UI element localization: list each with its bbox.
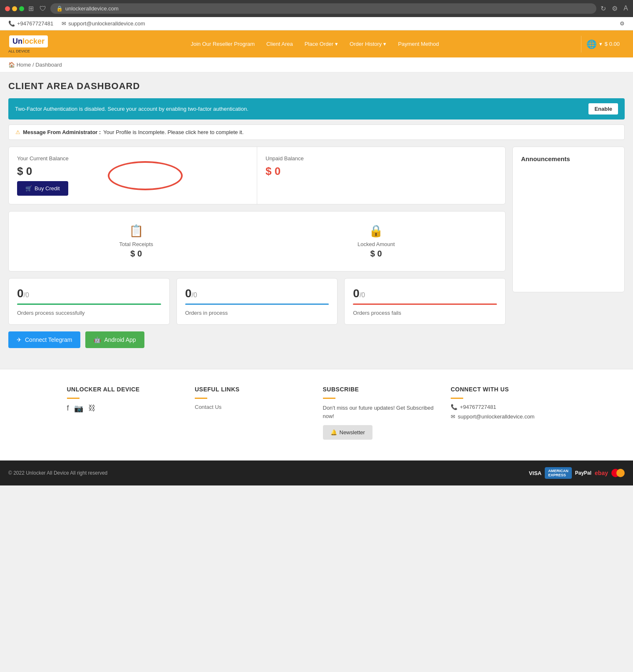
- settings-gear-icon[interactable]: ⚙: [620, 20, 625, 27]
- browser-action-buttons: ↻ ⚙ A: [601, 5, 628, 12]
- breadcrumb-current: Dashboard: [35, 62, 62, 68]
- browser-window-controls: [5, 6, 24, 11]
- instagram-link[interactable]: 📷: [74, 404, 83, 413]
- phone-icon: 📞: [8, 20, 15, 27]
- shield-icon: 🛡: [40, 5, 46, 12]
- alert-2fa-text: Two-Factor Authentication is disabled. S…: [15, 106, 248, 112]
- orders-fail-value: 0/0: [353, 287, 497, 300]
- footer-subscribe-underline: [323, 398, 335, 399]
- url-text: unlockeralldevice.com: [65, 5, 119, 12]
- rss-link[interactable]: ⛓: [88, 404, 96, 413]
- maximize-window-button[interactable]: [19, 6, 24, 11]
- contact-us-link[interactable]: Contact Us: [195, 404, 310, 410]
- address-bar[interactable]: 🔒 unlockeralldevice.com: [50, 3, 596, 14]
- footer-links-underline: [195, 398, 207, 399]
- dashboard-left: Your Current Balance $ 0 🛒 Buy Credit Un…: [8, 147, 506, 361]
- top-bar-contact: 📞 +94767727481 ✉ support@unlockeralldevi…: [8, 20, 145, 27]
- locked-label: Locked Amount: [357, 241, 395, 247]
- android-label: Android App: [104, 336, 136, 343]
- unpaid-balance-value: $ 0: [266, 165, 497, 178]
- footer-social-links: f 📷 ⛓: [67, 404, 183, 416]
- android-icon: 🤖: [94, 336, 101, 343]
- dashboard-main: Your Current Balance $ 0 🛒 Buy Credit Un…: [8, 147, 625, 361]
- nav-client-area-link[interactable]: Client Area: [261, 34, 298, 54]
- nav-payment-method-link[interactable]: Payment Method: [393, 34, 444, 54]
- nav-order-history-link[interactable]: Order History ▾: [345, 34, 391, 54]
- phone-number: +94767727481: [17, 20, 53, 27]
- telegram-label: Connect Telegram: [25, 336, 72, 343]
- settings-icon[interactable]: ⚙: [612, 5, 618, 12]
- footer-links-section: Useful Links Contact Us: [195, 386, 310, 440]
- unpaid-balance-card: Unpaid Balance $ 0: [257, 147, 505, 204]
- phone-info: 📞 +94767727481: [8, 20, 53, 27]
- buy-credit-label: Buy Credit: [35, 185, 60, 192]
- stats-card: 📋 Total Receipts $ 0 🔒 Locked Amount $ 0: [8, 211, 506, 271]
- admin-alert-prefix: Message From Administrator :: [23, 129, 101, 135]
- footer-grid: UNLOCKER ALL DEVICE f 📷 ⛓ Useful Links C…: [67, 386, 566, 440]
- admin-alert-message: Your Profile is Incomplete. Please click…: [103, 129, 243, 135]
- mastercard-icon: [611, 469, 625, 477]
- copyright-text: © 2022 Unlocker All Device All right res…: [8, 470, 107, 476]
- receipts-label: Total Receipts: [119, 241, 153, 247]
- footer-subscribe-text: Don't miss our future updates! Get Subsc…: [323, 404, 439, 420]
- minimize-window-button[interactable]: [12, 6, 17, 11]
- connect-telegram-button[interactable]: ✈ Connect Telegram: [8, 331, 80, 348]
- alert-admin-banner[interactable]: ⚠ Message From Administrator : Your Prof…: [8, 124, 625, 140]
- buy-credit-button[interactable]: 🛒 Buy Credit: [17, 181, 68, 196]
- receipt-icon: 📋: [119, 224, 153, 238]
- locked-value: $ 0: [357, 249, 395, 259]
- orders-success-label: Orders process successfully: [17, 310, 161, 316]
- phone-icon: 📞: [451, 404, 457, 410]
- footer-brand-name: UNLOCKER ALL DEVICE: [67, 386, 183, 393]
- account-icon[interactable]: A: [623, 5, 628, 12]
- ebay-icon: ebay: [595, 470, 608, 476]
- current-balance-value: $ 0: [17, 165, 248, 178]
- breadcrumb: 🏠 Home / Dashboard: [0, 57, 633, 72]
- lock-icon: 🔒: [56, 5, 63, 12]
- orders-fail-label: Orders process fails: [353, 310, 497, 316]
- orders-process-label: Orders in process: [185, 310, 329, 316]
- close-window-button[interactable]: [5, 6, 10, 11]
- warning-icon: ⚠: [15, 129, 20, 135]
- email-icon: ✉: [451, 413, 455, 420]
- nav-place-order-link[interactable]: Place Order ▾: [300, 34, 343, 54]
- android-app-button[interactable]: 🤖 Android App: [85, 331, 144, 348]
- balance-dropdown-icon: ▾: [599, 41, 602, 47]
- breadcrumb-home[interactable]: Home: [17, 62, 31, 68]
- nav-balance: 🌐 ▾ $ 0.00: [581, 36, 625, 52]
- dashboard-right: Announcements: [512, 147, 625, 361]
- fail-bar: [353, 304, 497, 305]
- footer-subscribe-section: Subscribe Don't miss our future updates!…: [323, 386, 439, 440]
- alert-2fa-banner: Two-Factor Authentication is disabled. S…: [8, 98, 625, 119]
- footer-bottom: © 2022 Unlocker All Device All right res…: [0, 460, 633, 485]
- balance-row: Your Current Balance $ 0 🛒 Buy Credit Un…: [8, 147, 506, 204]
- lock-icon: 🔒: [357, 224, 395, 238]
- paypal-icon: PayPal: [575, 470, 591, 476]
- payment-icons: VISA AMERICANEXPRESS PayPal ebay: [529, 467, 625, 479]
- amex-icon: AMERICANEXPRESS: [545, 467, 572, 479]
- enable-2fa-button[interactable]: Enable: [588, 103, 618, 114]
- facebook-link[interactable]: f: [67, 404, 69, 413]
- page-title: CLIENT AREA DASHBOARD: [8, 81, 625, 92]
- breadcrumb-separator: /: [32, 62, 34, 68]
- logo-box: Unlocker: [8, 35, 49, 48]
- refresh-icon[interactable]: ↻: [601, 5, 606, 12]
- footer-links-title: Useful Links: [195, 386, 310, 393]
- newsletter-button[interactable]: 🔔 Newsletter: [323, 425, 372, 440]
- top-bar: 📞 +94767727481 ✉ support@unlockeralldevi…: [0, 17, 633, 30]
- logo-subtitle: ALL DEVICE: [8, 49, 49, 53]
- newsletter-label: Newsletter: [340, 429, 365, 436]
- orders-success-card: 0/0 Orders process successfully: [8, 278, 170, 325]
- site-logo[interactable]: Unlocker ALL DEVICE: [8, 30, 49, 57]
- process-bar: [185, 304, 329, 305]
- nav-links: Join Our Reseller Program Client Area Pl…: [186, 34, 444, 54]
- page-content: CLIENT AREA DASHBOARD Two-Factor Authent…: [0, 72, 633, 369]
- nav-reseller-link[interactable]: Join Our Reseller Program: [186, 34, 260, 54]
- locked-amount-stat: 🔒 Locked Amount $ 0: [357, 224, 395, 259]
- browser-chrome: ⊞ 🛡 🔒 unlockeralldevice.com ↻ ⚙ A: [0, 0, 633, 17]
- orders-process-card: 0/0 Orders in process: [176, 278, 338, 325]
- receipts-value: $ 0: [119, 249, 153, 259]
- footer-brand-section: UNLOCKER ALL DEVICE f 📷 ⛓: [67, 386, 183, 440]
- unpaid-balance-label: Unpaid Balance: [266, 155, 497, 162]
- footer-connect-phone: 📞 +94767727481: [451, 404, 566, 410]
